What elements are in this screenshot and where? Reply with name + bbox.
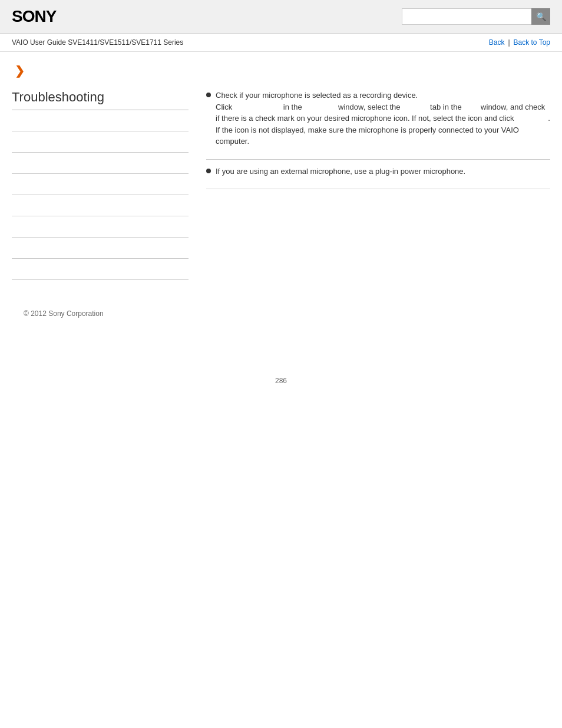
search-button[interactable]: 🔍 (531, 8, 550, 25)
content-divider-2 (206, 189, 550, 189)
sidebar-item[interactable] (12, 216, 189, 238)
list-item: Check if your microphone is selected as … (206, 90, 550, 147)
sony-logo: SONY (12, 7, 56, 26)
back-link[interactable]: Back (489, 38, 505, 47)
left-sidebar: Troubleshooting (12, 90, 189, 280)
sidebar-item[interactable] (12, 153, 189, 174)
content-layout: Troubleshooting Check if your microphone… (12, 90, 550, 280)
sidebar-item[interactable] (12, 195, 189, 216)
back-to-top-link[interactable]: Back to Top (514, 38, 550, 47)
sidebar-item[interactable] (12, 238, 189, 259)
nav-bar: VAIO User Guide SVE1411/SVE1511/SVE1711 … (0, 34, 562, 52)
bullet-dot (206, 93, 211, 97)
search-input[interactable] (402, 8, 531, 25)
guide-title: VAIO User Guide SVE1411/SVE1511/SVE1711 … (12, 38, 183, 47)
sidebar-item[interactable] (12, 110, 189, 131)
search-icon: 🔍 (536, 12, 546, 21)
header: SONY 🔍 (0, 0, 562, 34)
footer: © 2012 Sony Corporation (12, 298, 550, 330)
sidebar-item[interactable] (12, 131, 189, 153)
sidebar-item[interactable] (12, 174, 189, 195)
sidebar-item[interactable] (12, 259, 189, 280)
chevron-container: ❯ (15, 64, 550, 78)
bullet-text: Check if your microphone is selected as … (216, 90, 550, 147)
list-item: If you are using an external microphone,… (206, 166, 550, 177)
content-divider (206, 159, 550, 160)
nav-links: Back | Back to Top (489, 38, 550, 47)
page-number: 286 (0, 365, 562, 397)
bullet-dot (206, 169, 211, 173)
chevron-icon: ❯ (15, 64, 25, 77)
main-content: ❯ Troubleshooting Check if your micropho… (0, 52, 562, 341)
search-area: 🔍 (402, 8, 550, 25)
nav-separator: | (508, 38, 510, 47)
bullet-text-2: If you are using an external microphone,… (216, 166, 550, 177)
right-content: Check if your microphone is selected as … (206, 90, 550, 195)
bullet-list: Check if your microphone is selected as … (206, 90, 550, 189)
sidebar-title: Troubleshooting (12, 90, 189, 110)
copyright-text: © 2012 Sony Corporation (24, 309, 104, 318)
